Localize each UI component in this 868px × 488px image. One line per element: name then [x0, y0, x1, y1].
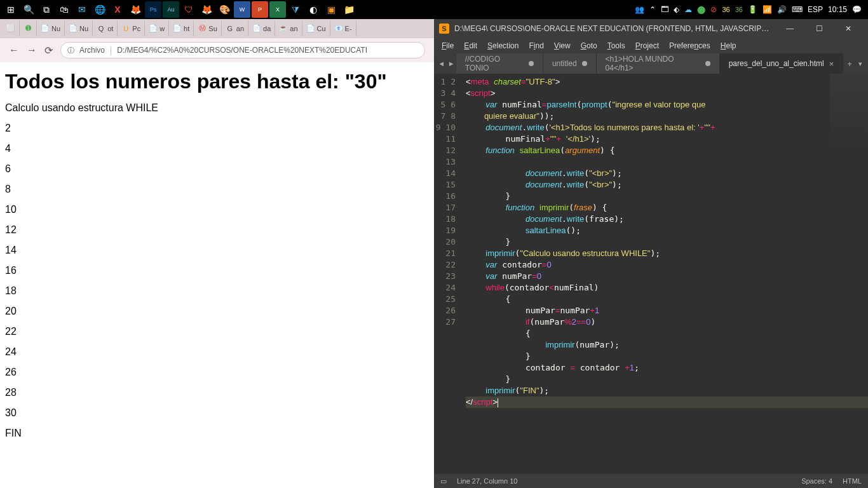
browser-tab[interactable]: 📄ht	[169, 21, 194, 36]
output-line: 12	[5, 224, 429, 236]
menu-help[interactable]: Help	[715, 39, 742, 52]
output-line: 30	[5, 407, 429, 419]
taskbar-left: ⊞ 🔍 ⧉ 🛍 ✉ 🌐 X 🦊 Ps Au 🛡 🦊 🎨 W P X ⧩ ◐ ▣ …	[0, 1, 357, 18]
browser-tab[interactable]: ☕an	[275, 21, 302, 36]
tab-nav-left[interactable]: ◄	[437, 53, 446, 74]
tray-num-2: 36	[735, 6, 743, 13]
menu-selection[interactable]: Selection	[482, 39, 524, 52]
ppt-icon[interactable]: P	[252, 1, 268, 18]
browser-tab[interactable]: 📄Nu	[65, 21, 93, 36]
browser-tab[interactable]: 📄Nu	[37, 21, 65, 36]
sublime-titlebar: S D:\MEG4\ CURSOS\ONE-ORACLE NEXT EDUCAT…	[434, 19, 868, 38]
status-position: Line 27, Column 10	[457, 477, 517, 485]
x-icon[interactable]: X	[109, 1, 126, 18]
keyboard-icon[interactable]: ⌨	[792, 5, 803, 14]
clock[interactable]: 10:15	[828, 5, 847, 14]
forward-button[interactable]: →	[27, 44, 37, 56]
menu-view[interactable]: View	[549, 39, 576, 52]
tab-nav-right[interactable]: ►	[446, 53, 456, 74]
status-spaces[interactable]: Spaces: 4	[801, 477, 832, 485]
vscode-icon[interactable]: ⧩	[287, 1, 304, 18]
volume-icon[interactable]: 🔊	[777, 5, 787, 14]
firefox-icon[interactable]: 🦊	[198, 1, 215, 18]
close-button[interactable]: ✕	[834, 19, 863, 38]
new-tab-button[interactable]: +	[843, 53, 855, 74]
browser-tab[interactable]: ➊	[20, 21, 37, 36]
tray-num-1: 36	[722, 6, 729, 13]
reload-button[interactable]: ⟳	[44, 44, 53, 57]
menu-tools[interactable]: Tools	[602, 39, 630, 52]
tray-icon-3[interactable]: ⬤	[697, 5, 705, 14]
wifi-icon[interactable]: 📶	[763, 5, 772, 14]
page-heading: Todos los numeros pares hasta el: "30"	[5, 70, 429, 93]
panel-toggle-icon[interactable]: ▭	[440, 477, 447, 485]
browser-tab[interactable]: ⓂSu	[194, 21, 221, 36]
browser-tab[interactable]: 📧E-	[330, 21, 356, 36]
onedrive-icon[interactable]: ☁	[684, 5, 692, 14]
excel-icon[interactable]: X	[269, 1, 286, 18]
people-icon[interactable]: 👥	[635, 5, 644, 14]
minimize-button[interactable]: —	[775, 19, 804, 38]
battery-icon[interactable]: 🔋	[748, 5, 757, 14]
browser-tab[interactable]: Gan	[222, 21, 248, 36]
browser-tab[interactable]: 📄da	[248, 21, 275, 36]
menu-find[interactable]: Find	[524, 39, 548, 52]
mail-icon[interactable]: ✉	[74, 1, 90, 18]
chevron-up-icon[interactable]: ⌃	[649, 5, 656, 14]
url-bar[interactable]: ⓘ Archivo | D:/MEG4/%C2%A0%20CURSOS/ONE-…	[60, 42, 425, 58]
store-icon[interactable]: 🛍	[56, 1, 72, 18]
editor-tab[interactable]: untitled	[543, 53, 597, 74]
tray-icon-1[interactable]: 🗔	[661, 5, 668, 14]
sublime-title: D:\MEG4\ CURSOS\ONE-ORACLE NEXT EDUCATIO…	[454, 24, 770, 33]
browser-tab[interactable]: UPc	[118, 21, 145, 36]
minimap[interactable]	[830, 74, 868, 150]
editor-tab[interactable]: //CODIGO TONIO	[456, 53, 543, 74]
editor-area[interactable]: 1 2 3 4 5 6 7 8 9 10 11 12 13 14 15 16 1…	[434, 74, 868, 474]
menu-file[interactable]: File	[437, 39, 459, 52]
brave-icon[interactable]: 🛡	[180, 1, 197, 18]
output-line: 20	[5, 306, 429, 317]
status-syntax[interactable]: HTML	[843, 477, 862, 485]
back-button[interactable]: ←	[9, 44, 19, 56]
paint-icon[interactable]: 🎨	[216, 1, 233, 18]
browser-tab-strip: ⬜ ➊ 📄Nu 📄Nu Qot UPc 📄w 📄ht ⓂSu Gan 📄da ☕…	[0, 19, 434, 38]
output-line: 4	[5, 143, 429, 154]
menu-project[interactable]: Project	[630, 39, 664, 52]
url-prefix: Archivo	[79, 46, 105, 55]
eclipse-icon[interactable]: ◐	[305, 1, 322, 18]
word-icon[interactable]: W	[234, 1, 250, 18]
close-tab-icon[interactable]: ×	[829, 59, 834, 69]
ps-icon[interactable]: Ps	[145, 1, 161, 18]
tray-icon-2[interactable]: ⬖	[674, 5, 679, 14]
menu-preferences[interactable]: Preferences	[664, 39, 715, 52]
edge-icon[interactable]: 🌐	[92, 1, 108, 18]
notifications-icon[interactable]: 💬	[852, 5, 862, 14]
start-icon[interactable]: ⊞	[3, 1, 19, 18]
tray-icon-4[interactable]: ⊘	[710, 5, 717, 14]
browser-tab[interactable]: ⬜	[3, 21, 20, 36]
language-indicator[interactable]: ESP	[808, 5, 823, 14]
dirty-indicator	[529, 61, 534, 66]
output-line: 26	[5, 367, 429, 378]
au-icon[interactable]: Au	[163, 1, 179, 18]
url-text: D:/MEG4/%C2%A0%20CURSOS/ONE-ORACLE%20NEX…	[117, 46, 367, 55]
app-icon-1[interactable]: 🦊	[127, 1, 144, 18]
explorer-icon[interactable]: 📁	[341, 1, 357, 18]
browser-tab[interactable]: Qot	[93, 21, 118, 36]
browser-navbar: ← → ⟳ ⓘ Archivo | D:/MEG4/%C2%A0%20CURSO…	[0, 38, 434, 62]
sublime-menu: File Edit Selection Find View Goto Tools…	[434, 38, 868, 53]
editor-tab[interactable]: <h1>HOLA MUNDO 04</h1>	[597, 53, 720, 74]
maximize-button[interactable]: ☐	[804, 19, 834, 38]
search-icon[interactable]: 🔍	[20, 1, 37, 18]
browser-tab[interactable]: 📄Cu	[302, 21, 330, 36]
code-content[interactable]: <meta charset="UTF-8"> <script> var numF…	[462, 74, 868, 474]
tab-menu-icon[interactable]: ▾	[856, 53, 865, 74]
sublime-icon[interactable]: ▣	[323, 1, 339, 18]
info-icon: ⓘ	[67, 46, 74, 55]
editor-tab-active[interactable]: pares_del_uno_al_cien.html×	[720, 53, 844, 74]
menu-edit[interactable]: Edit	[459, 39, 482, 52]
taskview-icon[interactable]: ⧉	[38, 1, 55, 18]
dirty-indicator	[705, 61, 710, 66]
browser-tab[interactable]: 📄w	[145, 21, 169, 36]
menu-goto[interactable]: Goto	[576, 39, 602, 52]
